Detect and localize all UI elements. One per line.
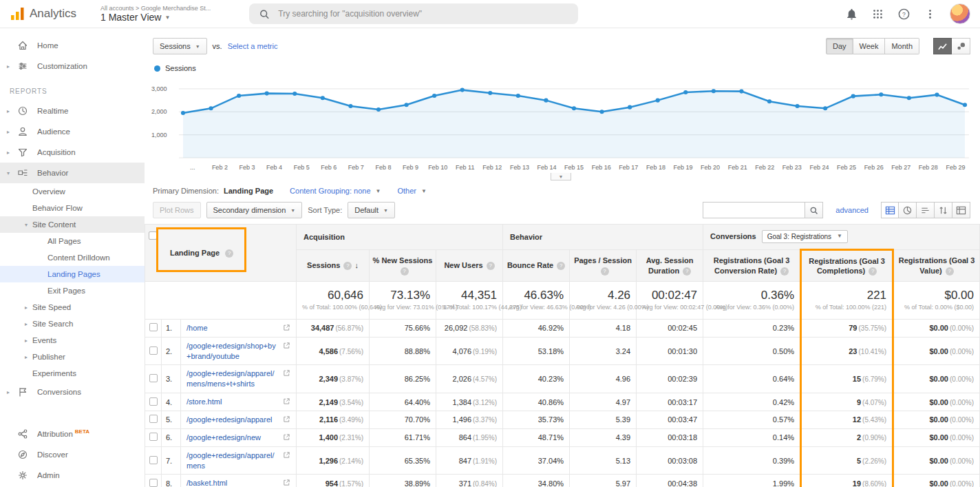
sidebar-item-content-drilldown[interactable]: Content Drilldown — [0, 249, 145, 266]
expander-icon[interactable]: ▸ — [25, 304, 32, 311]
granularity-week-button[interactable]: Week — [853, 38, 886, 54]
col-header-session-duration[interactable]: Avg. Session Duration? — [637, 250, 703, 282]
sidebar-item-attribution[interactable]: AttributionBETA — [0, 424, 145, 444]
percentage-view-icon[interactable] — [899, 202, 917, 218]
help-icon[interactable]: ? — [487, 262, 495, 270]
pivot-view-icon[interactable] — [952, 202, 970, 218]
dimension-content-grouping[interactable]: Content Grouping: none — [290, 187, 370, 195]
select-metric-link[interactable]: Select a metric — [228, 42, 278, 50]
sort-type-button[interactable]: Default ▼ — [348, 202, 395, 218]
help-icon[interactable]: ? — [401, 267, 409, 276]
sidebar-item-behavior[interactable]: ▾Behavior — [0, 163, 145, 183]
line-chart-icon[interactable] — [933, 38, 952, 54]
row-checkbox[interactable] — [149, 415, 158, 423]
col-header-new-sessions[interactable]: % New Sessions? — [370, 250, 436, 282]
view-selector[interactable]: 1 Master View ▼ — [100, 12, 211, 23]
landing-page-link[interactable]: /store.html — [187, 397, 222, 406]
help-icon[interactable]: ? — [780, 267, 789, 276]
row-checkbox[interactable] — [149, 374, 158, 382]
help-icon[interactable]: ? — [343, 262, 352, 270]
sidebar-item-all-pages[interactable]: All Pages — [0, 233, 145, 249]
sidebar-item-exit-pages[interactable]: Exit Pages — [0, 282, 145, 299]
row-checkbox[interactable] — [149, 433, 158, 441]
row-checkbox[interactable] — [149, 456, 158, 464]
table-search-button[interactable] — [805, 202, 823, 218]
sidebar-item-admin[interactable]: Admin — [0, 465, 145, 486]
sidebar-item-customization[interactable]: ▸Customization — [0, 56, 145, 76]
help-icon[interactable]: ? — [225, 249, 233, 258]
advanced-link[interactable]: advanced — [835, 206, 869, 214]
open-page-icon[interactable] — [283, 324, 290, 331]
annotations-expander[interactable]: ▼ — [551, 173, 571, 180]
open-page-icon[interactable] — [283, 451, 290, 459]
secondary-dimension-button[interactable]: Secondary dimension ▼ — [206, 202, 303, 218]
dimension-landing-page[interactable]: Landing Page — [224, 187, 273, 195]
sidebar-item-site-speed[interactable]: ▸Site Speed — [0, 299, 145, 315]
notifications-bell-icon[interactable] — [845, 8, 858, 21]
sidebar-item-experiments[interactable]: Experiments — [0, 365, 145, 382]
select-all-checkbox[interactable] — [149, 231, 157, 240]
open-page-icon[interactable] — [283, 342, 290, 349]
goal-selector-dropdown[interactable]: Goal 3: Registrations ▼ — [762, 230, 848, 243]
col-header-pages-session[interactable]: Pages / Session? — [570, 250, 637, 282]
landing-page-column-header[interactable]: Landing Page ? — [145, 225, 297, 282]
open-page-icon[interactable] — [283, 397, 290, 405]
open-page-icon[interactable] — [283, 433, 290, 441]
landing-page-link[interactable]: /google+redesign/apparel/mens — [187, 451, 275, 470]
table-view-icon[interactable] — [881, 202, 899, 218]
motion-chart-icon[interactable] — [952, 38, 970, 54]
sidebar-item-site-content[interactable]: ▾Site Content — [0, 216, 145, 233]
landing-page-link[interactable]: /google+redesign/apparel/mens/mens+t+shi… — [187, 369, 275, 388]
col-header-bounce-rate[interactable]: Bounce Rate? — [503, 250, 570, 282]
sidebar-item-conversions[interactable]: ▸Conversions — [0, 382, 145, 402]
user-avatar[interactable] — [950, 3, 970, 24]
open-page-icon[interactable] — [283, 415, 290, 423]
search-input[interactable] — [278, 9, 568, 19]
plot-rows-button[interactable]: Plot Rows — [153, 202, 201, 218]
expander-icon[interactable]: ▸ — [7, 129, 14, 135]
row-checkbox[interactable] — [149, 323, 158, 331]
expander-icon[interactable]: ▸ — [7, 389, 14, 395]
apps-grid-icon[interactable] — [872, 8, 884, 20]
sidebar-item-acquisition[interactable]: ▸Acquisition — [0, 142, 145, 163]
sidebar-item-site-search[interactable]: ▸Site Search — [0, 315, 145, 332]
expander-icon[interactable]: ▸ — [25, 321, 32, 327]
analytics-logo[interactable]: Analytics — [10, 6, 94, 21]
col-header-new-users[interactable]: New Users? — [436, 250, 503, 282]
expander-icon[interactable]: ▸ — [7, 149, 14, 156]
open-page-icon[interactable] — [283, 479, 290, 486]
sidebar-item-publisher[interactable]: ▸Publisher — [0, 349, 145, 365]
sidebar-item-discover[interactable]: Discover — [0, 444, 145, 465]
table-search-input[interactable] — [703, 202, 805, 218]
expander-icon[interactable]: ▸ — [7, 63, 14, 70]
dimension-other[interactable]: Other — [397, 187, 416, 195]
help-icon[interactable]: ? — [557, 262, 565, 270]
sidebar-item-overview[interactable]: Overview — [0, 183, 145, 200]
comparison-view-icon[interactable] — [935, 202, 952, 218]
landing-page-link[interactable]: /basket.html — [187, 479, 227, 487]
help-icon[interactable]: ? — [897, 8, 910, 21]
sidebar-item-audience[interactable]: ▸Audience — [0, 121, 145, 142]
account-breadcrumb[interactable]: All accounts > Google Merchandise St... — [100, 5, 211, 12]
row-checkbox[interactable] — [149, 346, 158, 355]
metric-selector-button[interactable]: Sessions ▼ — [153, 38, 207, 54]
landing-page-link[interactable]: /home — [187, 324, 208, 332]
expander-icon[interactable]: ▸ — [25, 338, 32, 344]
open-page-icon[interactable] — [283, 369, 290, 377]
sidebar-item-events[interactable]: ▸Events — [0, 332, 145, 349]
sessions-chart-svg[interactable] — [179, 79, 969, 160]
row-checkbox[interactable] — [149, 479, 158, 487]
col-header-sessions[interactable]: Sessions?↓ — [297, 250, 370, 282]
more-options-icon[interactable] — [924, 8, 936, 20]
help-icon[interactable]: ? — [601, 267, 609, 276]
sidebar-item-behavior-flow[interactable]: Behavior Flow — [0, 200, 145, 216]
help-icon[interactable]: ? — [683, 267, 691, 276]
help-icon[interactable]: ? — [869, 267, 877, 276]
sidebar-item-home[interactable]: Home — [0, 35, 145, 56]
landing-page-link[interactable]: /google+redesign/new — [187, 433, 261, 442]
granularity-month-button[interactable]: Month — [885, 38, 919, 54]
sidebar-item-landing-pages[interactable]: Landing Pages — [0, 266, 145, 282]
expander-icon[interactable]: ▾ — [7, 170, 14, 176]
row-checkbox[interactable] — [149, 397, 158, 406]
global-search[interactable] — [249, 3, 578, 24]
